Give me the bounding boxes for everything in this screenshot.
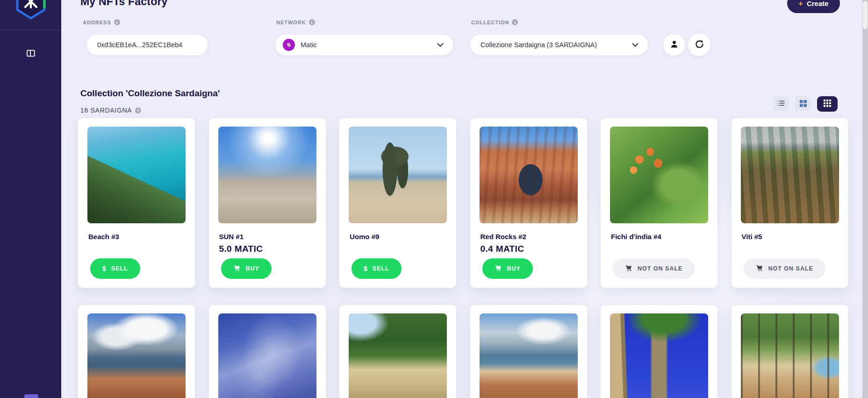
nft-image xyxy=(610,127,708,223)
info-icon[interactable]: i xyxy=(114,19,120,25)
info-icon[interactable]: i xyxy=(512,19,518,25)
nft-card[interactable]: Fichi d'india #4 NOT ON SALE xyxy=(601,118,717,288)
nft-price: 0.4 MATIC xyxy=(481,244,577,254)
network-select[interactable]: Matic xyxy=(275,35,453,55)
nft-image xyxy=(610,313,708,398)
buy-button[interactable]: BUY xyxy=(482,258,533,279)
nft-image xyxy=(480,127,578,223)
info-icon[interactable]: i xyxy=(309,19,315,25)
nft-title: Beach #3 xyxy=(88,233,185,241)
nft-action-label: BUY xyxy=(507,265,521,272)
nft-image xyxy=(349,313,447,398)
nft-card[interactable] xyxy=(470,305,587,398)
network-select-value: Matic xyxy=(301,41,317,49)
address-input[interactable] xyxy=(87,35,208,55)
collection-heading: Collection 'Collezione Sardaigna' xyxy=(80,88,220,99)
nft-action-label: NOT ON SALE xyxy=(638,265,682,272)
nft-action-label: SELL xyxy=(373,265,389,272)
nft-action-label: NOT ON SALE xyxy=(768,265,813,272)
nft-image xyxy=(349,127,447,223)
grid-2x2-icon xyxy=(800,100,807,108)
nft-card[interactable]: Red Rocks #2 0.4 MATIC BUY xyxy=(470,118,587,288)
nft-action-label: BUY xyxy=(246,265,259,272)
cart-icon xyxy=(495,264,502,273)
create-button-label: Create xyxy=(807,0,829,7)
nft-card[interactable]: Uomo #9 $ SELL xyxy=(339,118,456,288)
main-content: My NFTs Factory + Create ADDRESS i NETWO… xyxy=(61,0,868,398)
chevron-down-icon xyxy=(437,43,444,47)
columns-icon xyxy=(26,48,36,60)
address-label: ADDRESS i xyxy=(83,19,120,25)
collection-count: 16 SARDAIGNA i xyxy=(80,107,141,114)
nft-card[interactable]: Viti #5 NOT ON SALE xyxy=(732,118,848,288)
collection-select[interactable]: Collezione Sardaigna (3 SARDAIGNA) xyxy=(470,35,648,55)
dollar-icon: $ xyxy=(102,265,107,272)
app-window: My NFTs Factory + Create ADDRESS i NETWO… xyxy=(0,0,868,398)
matic-network-icon xyxy=(283,39,295,51)
info-icon[interactable]: i xyxy=(135,107,141,114)
nft-card[interactable] xyxy=(339,305,456,398)
nft-title: SUN #1 xyxy=(219,233,316,241)
profile-icon xyxy=(670,40,679,50)
nft-image xyxy=(218,127,316,223)
chevron-down-icon xyxy=(632,43,638,47)
app-logo[interactable] xyxy=(15,0,47,21)
nft-grid-row-2 xyxy=(78,305,848,398)
nft-title: Red Rocks #2 xyxy=(481,233,577,241)
buy-button[interactable]: BUY xyxy=(221,258,272,279)
sidebar xyxy=(0,0,61,398)
nft-image xyxy=(87,127,186,223)
nft-image xyxy=(480,313,578,398)
collection-label: COLLECTION i xyxy=(471,19,518,25)
dollar-icon: $ xyxy=(364,265,368,272)
sidebar-item-collections[interactable] xyxy=(22,45,40,64)
plus-icon: + xyxy=(798,0,803,7)
view-grid-2x2-button[interactable] xyxy=(795,97,811,111)
nft-image xyxy=(741,313,839,398)
not-on-sale-button: NOT ON SALE xyxy=(613,258,695,279)
sell-button[interactable]: $ SELL xyxy=(352,258,402,279)
network-label: NETWORK i xyxy=(276,19,315,25)
view-mode-toggles xyxy=(773,96,838,112)
view-grid-3x3-button[interactable] xyxy=(817,96,838,112)
refresh-button[interactable] xyxy=(688,34,710,56)
profile-button[interactable] xyxy=(663,34,685,56)
page-title: My NFTs Factory xyxy=(80,0,168,8)
grid-3x3-icon xyxy=(824,100,831,108)
cart-icon xyxy=(756,264,764,273)
nft-card[interactable] xyxy=(601,305,717,398)
nft-card[interactable]: SUN #1 5.0 MATIC BUY xyxy=(209,118,326,288)
nft-grid-row-1: Beach #3 $ SELL SUN #1 5.0 MATIC BUY Uom… xyxy=(78,118,848,288)
cart-icon xyxy=(625,264,633,273)
nft-title: Viti #5 xyxy=(742,233,838,241)
sidebar-bottom-button[interactable] xyxy=(24,394,38,398)
sidebar-header xyxy=(0,0,61,30)
nft-title: Uomo #9 xyxy=(350,233,446,241)
nft-title: Fichi d'india #4 xyxy=(611,233,707,241)
nft-action-label: SELL xyxy=(111,265,128,272)
nft-price: 5.0 MATIC xyxy=(219,244,316,254)
refresh-icon xyxy=(695,39,704,50)
nft-image xyxy=(741,127,839,223)
view-list-button[interactable] xyxy=(773,97,789,111)
collection-select-value: Collezione Sardaigna (3 SARDAIGNA) xyxy=(481,41,597,49)
scrollbar-thumb[interactable] xyxy=(863,1,868,29)
nft-card[interactable] xyxy=(209,305,326,398)
sell-button[interactable]: $ SELL xyxy=(90,258,140,279)
nft-card[interactable] xyxy=(732,305,848,398)
cart-icon xyxy=(233,264,241,273)
create-button[interactable]: + Create xyxy=(787,0,840,13)
nft-card[interactable] xyxy=(78,305,195,398)
scrollbar-track[interactable] xyxy=(862,0,868,398)
list-icon xyxy=(777,100,785,108)
nft-image xyxy=(218,313,316,398)
nft-card[interactable]: Beach #3 $ SELL xyxy=(78,118,195,288)
nft-image xyxy=(87,313,186,398)
not-on-sale-button: NOT ON SALE xyxy=(744,258,825,279)
